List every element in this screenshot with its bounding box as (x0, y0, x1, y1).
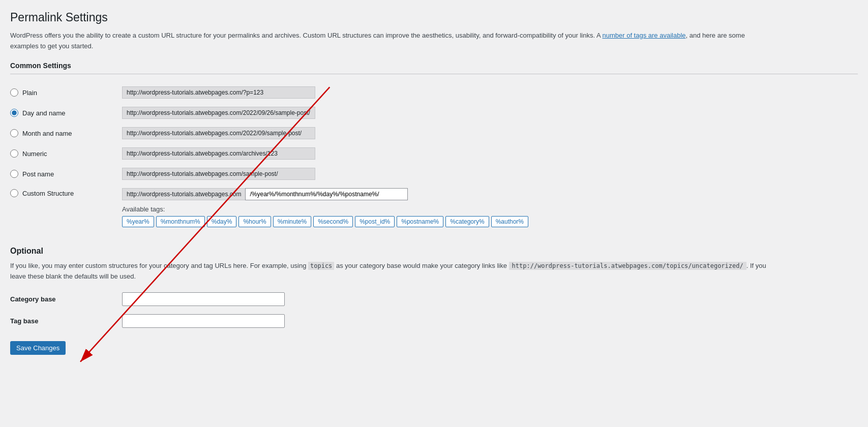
post-name-url: http://wordpress-tutorials.atwebpages.co… (122, 168, 315, 180)
tags-container: %year%%monthnum%%day%%hour%%minute%%seco… (122, 216, 853, 227)
post-name-radio[interactable] (10, 170, 18, 178)
month-and-name-radio[interactable] (10, 129, 18, 137)
tag-button[interactable]: %second% (313, 216, 353, 227)
intro-paragraph: WordPress offers you the ability to crea… (10, 30, 773, 52)
tag-button[interactable]: %post_id% (355, 216, 395, 227)
custom-structure-input[interactable] (245, 188, 408, 200)
category-base-row: Category base (10, 292, 858, 306)
numeric-radio[interactable] (10, 149, 18, 158)
day-and-name-option-label[interactable]: Day and name (10, 109, 117, 117)
numeric-option-label[interactable]: Numeric (10, 149, 117, 158)
tag-button[interactable]: %category% (445, 216, 489, 227)
optional-description: If you like, you may enter custom struct… (10, 261, 773, 282)
tag-base-label: Tag base (10, 317, 122, 325)
tag-base-input[interactable] (122, 314, 285, 328)
post-name-label: Post name (22, 170, 54, 178)
tag-button[interactable]: %year% (122, 216, 154, 227)
tags-available-link[interactable]: number of tags are available (602, 32, 685, 39)
plain-option-label[interactable]: Plain (10, 88, 117, 97)
custom-structure-option-label[interactable]: Custom Structure (10, 189, 117, 197)
plain-label: Plain (22, 89, 37, 97)
plain-url: http://wordpress-tutorials.atwebpages.co… (122, 86, 315, 99)
tag-button[interactable]: %author% (491, 216, 528, 227)
tag-button[interactable]: %hour% (238, 216, 271, 227)
tag-button[interactable]: %day% (207, 216, 237, 227)
page-title: Permalink Settings (10, 10, 858, 25)
custom-structure-prefix: http://wordpress-tutorials.atwebpages.co… (122, 188, 245, 200)
numeric-label: Numeric (22, 150, 47, 158)
month-and-name-option-label[interactable]: Month and name (10, 129, 117, 137)
permalink-options-table: Plain http://wordpress-tutorials.atwebpa… (10, 82, 858, 231)
example-url: http://wordpress-tutorials.atwebpages.co… (509, 262, 746, 270)
tag-base-row: Tag base (10, 314, 858, 328)
available-tags-label: Available tags: (122, 205, 853, 213)
category-base-label: Category base (10, 295, 122, 303)
post-name-option-label[interactable]: Post name (10, 170, 117, 178)
save-changes-button[interactable]: Save Changes (10, 341, 66, 355)
day-and-name-radio[interactable] (10, 109, 18, 117)
table-row: Post name http://wordpress-tutorials.atw… (10, 164, 858, 184)
day-and-name-label: Day and name (22, 109, 66, 117)
table-row: Plain http://wordpress-tutorials.atwebpa… (10, 82, 858, 103)
optional-title: Optional (10, 247, 858, 256)
tag-button[interactable]: %minute% (273, 216, 311, 227)
table-row: Month and name http://wordpress-tutorial… (10, 123, 858, 143)
custom-structure-radio[interactable] (10, 189, 18, 197)
optional-section: Optional If you like, you may enter cust… (10, 247, 858, 355)
tag-button[interactable]: %monthnum% (156, 216, 205, 227)
category-base-input[interactable] (122, 292, 285, 306)
numeric-url: http://wordpress-tutorials.atwebpages.co… (122, 147, 315, 160)
tag-button[interactable]: %postname% (397, 216, 443, 227)
month-and-name-label: Month and name (22, 130, 72, 137)
common-settings-title: Common Settings (10, 62, 858, 74)
table-row: Day and name http://wordpress-tutorials.… (10, 103, 858, 123)
plain-radio[interactable] (10, 88, 18, 97)
table-row: Custom Structure http://wordpress-tutori… (10, 184, 858, 231)
day-and-name-url: http://wordpress-tutorials.atwebpages.co… (122, 107, 315, 119)
table-row: Numeric http://wordpress-tutorials.atweb… (10, 143, 858, 164)
custom-structure-row: http://wordpress-tutorials.atwebpages.co… (122, 188, 853, 200)
topics-code: topics (308, 262, 334, 270)
month-and-name-url: http://wordpress-tutorials.atwebpages.co… (122, 127, 315, 139)
custom-structure-label: Custom Structure (22, 190, 74, 197)
